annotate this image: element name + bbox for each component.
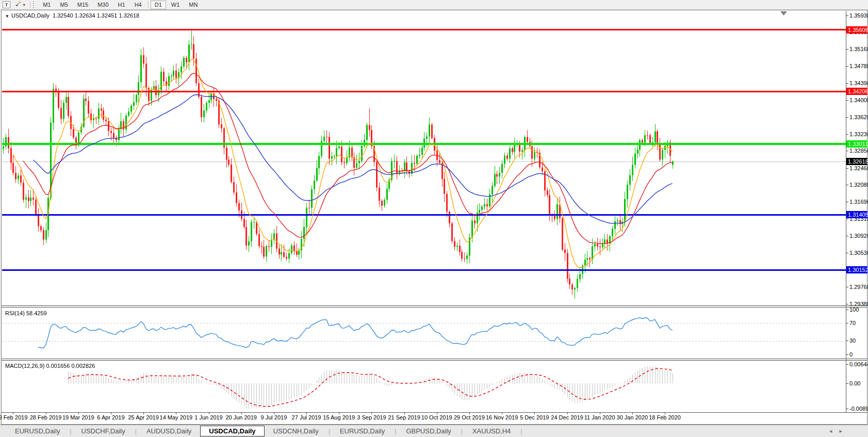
macd-panel-canvas[interactable] <box>2 361 846 412</box>
tab-separator: | <box>460 428 464 435</box>
tab-separator: | <box>69 428 72 435</box>
tab-separator: | <box>394 428 397 435</box>
sparkle-icon: ✦ <box>18 1 21 5</box>
tab-scroll-right-icon[interactable]: ▸ <box>839 428 842 434</box>
timeframe-button-h1[interactable]: H1 <box>114 1 129 9</box>
date-axis-label: 30 Jan 2020 <box>617 414 648 420</box>
date-axis-label: 9 Jul 2019 <box>260 414 287 420</box>
date-axis-tick <box>371 412 372 414</box>
text-tool-button[interactable]: T <box>1 1 12 9</box>
panel-divider[interactable] <box>2 305 867 306</box>
date-axis-tick <box>534 412 535 414</box>
date-axis-tick <box>274 412 274 414</box>
date-axis-tick <box>502 412 502 414</box>
chart-dropdown-icon[interactable]: ▼ <box>5 14 9 19</box>
timeframe-button-m30[interactable]: M30 <box>93 1 112 9</box>
date-axis-tick <box>78 412 79 414</box>
macd-indicator-label: MACD(12,26,9) 0.001656 0.002826 <box>5 363 95 369</box>
date-axis-label: 1 Jun 2019 <box>194 414 222 420</box>
date-axis-label: 25 Apr 2019 <box>128 414 158 420</box>
timeframe-button-h4[interactable]: H4 <box>130 1 146 9</box>
date-axis-label: 16 Nov 2019 <box>486 414 518 420</box>
date-axis-label: 20 Jun 2019 <box>225 414 257 420</box>
tab-usdchf-daily[interactable]: USDCHF,Daily <box>73 426 134 436</box>
rsi-axis-label: 30 <box>849 337 856 344</box>
chevron-down-icon[interactable]: ▼ <box>22 3 26 7</box>
rsi-panel-canvas[interactable] <box>2 307 846 359</box>
date-axis-tick <box>306 412 307 414</box>
date-axis-tick <box>600 412 600 414</box>
tab-eurusd-daily[interactable]: EURUSD,Daily <box>331 426 394 436</box>
tab-separator: | <box>327 428 331 435</box>
price-axis-label: 1.31690 <box>849 199 868 205</box>
date-axis-label: 10 Oct 2019 <box>421 414 452 420</box>
rsi-indicator-label: RSI(14) 58.4259 <box>5 310 47 316</box>
price-axis-label: 1.33620 <box>849 114 868 121</box>
date-axis-tick <box>339 412 339 414</box>
tab-usdcnh-daily[interactable]: USDCNH,Daily <box>265 426 327 436</box>
tab-xauusd-h4[interactable]: XAUUSD,H4 <box>464 426 519 436</box>
date-axis-tick <box>469 412 470 414</box>
date-axis-tick <box>143 412 144 414</box>
price-axis-label: 1.30920 <box>849 233 868 239</box>
price-axis-label: 1.35160 <box>849 46 868 53</box>
tab-eurusd-daily[interactable]: EURUSD,Daily <box>6 426 69 436</box>
timeframe-button-m1[interactable]: M1 <box>39 1 55 9</box>
time-axis-border <box>2 412 867 413</box>
tab-usdcad-daily[interactable]: USDCAD,Daily <box>200 426 264 436</box>
price-axis-label: 1.33230 <box>849 131 868 138</box>
tab-gbpusd-daily[interactable]: GBPUSD,Daily <box>397 426 460 436</box>
date-axis-label: 27 Jul 2019 <box>292 414 321 420</box>
price-axis-label: 1.34000 <box>849 97 868 104</box>
price-level-badge: 1.30152 <box>846 266 867 273</box>
date-axis-label: 24 Dec 2019 <box>551 414 583 420</box>
date-axis-label: 19 Mar 2019 <box>62 414 94 420</box>
rsi-axis-label: 0 <box>849 351 853 358</box>
main-chart-canvas[interactable] <box>2 11 846 305</box>
timeframe-button-m15[interactable]: M15 <box>73 1 92 9</box>
mt4-application: T ↙ ✦ ▼ M1M5M15M30H1H4D1W1MN ▼USDCAD,Dai… <box>0 0 868 437</box>
tab-separator: | <box>519 428 523 435</box>
timeframe-button-w1[interactable]: W1 <box>167 1 184 9</box>
price-level-badge: 1.32618 <box>846 158 867 165</box>
price-axis-label: 1.29760 <box>849 284 868 290</box>
tab-scroll-left-icon[interactable]: ◂ <box>829 428 832 434</box>
date-axis-tick <box>46 412 46 414</box>
date-axis-label: 15 Aug 2019 <box>323 414 355 420</box>
macd-axis-label: 0.00 <box>849 380 860 387</box>
chart-ohlc-values: 1.32540 1.32634 1.32451 1.32618 <box>53 12 139 19</box>
date-axis-tick <box>209 412 209 414</box>
price-level-badge: 1.35606 <box>846 26 867 34</box>
date-axis-label: 21 Sep 2019 <box>388 414 420 420</box>
tab-separator: | <box>134 428 138 435</box>
timeframe-button-m5[interactable]: M5 <box>56 1 72 9</box>
price-axis-label: 1.32850 <box>849 148 868 154</box>
arrange-windows-button[interactable]: ↙ ✦ ▼ <box>13 1 28 9</box>
date-axis-tick <box>241 412 242 414</box>
date-axis-label: 11 Jan 2020 <box>584 414 615 420</box>
toolbar-grip[interactable] <box>33 1 36 8</box>
panel-divider[interactable] <box>2 359 867 359</box>
date-axis-label: 14 May 2019 <box>160 414 193 420</box>
price-level-badge: 1.31405 <box>846 211 867 218</box>
panel-divider[interactable] <box>2 360 867 361</box>
rsi-axis-label: 100 <box>849 306 859 313</box>
price-axis-label: 1.32080 <box>849 182 868 188</box>
chart-symbol-label: USDCAD,Daily <box>11 12 50 19</box>
date-axis-label: 29 Oct 2019 <box>454 414 485 420</box>
date-axis-tick <box>632 412 633 414</box>
date-axis-tick <box>665 412 665 414</box>
date-axis-tick <box>176 412 176 414</box>
toolbar-separator <box>30 1 30 8</box>
tab-audusd-daily[interactable]: AUDUSD,Daily <box>138 426 200 436</box>
toolbar-separator <box>148 1 149 8</box>
date-axis-label: 18 Feb 2020 <box>649 414 681 420</box>
panel-divider[interactable] <box>2 307 867 307</box>
price-level-badge: 1.33011 <box>846 140 867 148</box>
timeframe-button-d1[interactable]: D1 <box>151 1 166 9</box>
date-axis-label: 6 Apr 2019 <box>97 414 124 420</box>
price-axis-label: 1.34780 <box>849 63 868 70</box>
date-axis-tick <box>567 412 568 414</box>
timeframe-button-mn[interactable]: MN <box>185 1 202 9</box>
text-tool-icon: T <box>3 1 10 8</box>
